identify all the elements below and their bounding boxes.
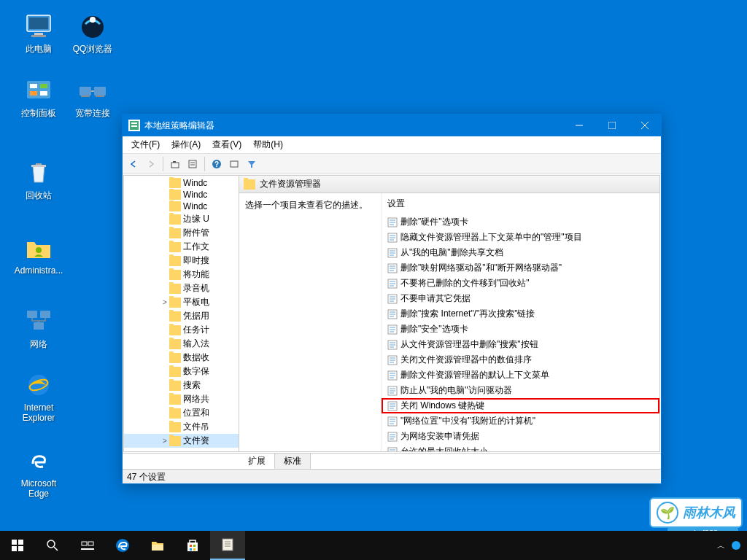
maximize-button[interactable] <box>595 114 628 136</box>
menu-view[interactable]: 查看(V) <box>206 136 247 153</box>
tree-item[interactable]: 工作文 <box>124 240 239 254</box>
setting-item[interactable]: 防止从"我的电脑"访问驱动器 <box>382 383 659 398</box>
setting-label: 关闭 Windows 键热键 <box>400 400 484 412</box>
setting-item[interactable]: 为网络安装申请凭据 <box>382 429 659 444</box>
setting-item[interactable]: 删除"硬件"选项卡 <box>382 214 659 230</box>
setting-item[interactable]: 隐藏文件资源管理器上下文菜单中的"管理"项目 <box>382 230 659 245</box>
tabs-row: 扩展 标准 <box>123 453 661 469</box>
desktop-icon-network[interactable]: 网络 <box>13 306 64 351</box>
up-button[interactable] <box>167 156 183 172</box>
tree-item[interactable]: 输入法 <box>124 337 239 351</box>
svg-point-123 <box>732 541 740 550</box>
tree-item[interactable]: >文件资 <box>124 434 239 448</box>
folder-icon <box>169 256 181 266</box>
tree-item[interactable]: 数字保 <box>124 365 239 378</box>
setting-item[interactable]: "网络位置"中没有"我附近的计算机" <box>382 413 659 429</box>
tree-item[interactable]: 附件管 <box>124 226 239 240</box>
tree-expand-icon[interactable]: > <box>160 437 169 445</box>
menu-file[interactable]: 文件(F) <box>125 136 166 153</box>
tree-item[interactable]: 将功能 <box>124 268 239 281</box>
tree-item[interactable]: 录音机 <box>124 281 239 295</box>
tree-item[interactable]: Windc <box>124 189 239 201</box>
tree-item-label: 文件吊 <box>183 421 209 433</box>
desktop-icon-recycle-bin[interactable]: 回收站 <box>13 158 64 202</box>
tree-panel[interactable]: WindcWindcWindc边缘 U附件管工作文即时搜将功能录音机>平板电凭据… <box>124 176 239 451</box>
tree-item[interactable]: 边缘 U <box>124 212 239 226</box>
minimize-button[interactable] <box>562 114 595 136</box>
desktop-icon-qq-browser[interactable]: QQ浏览器 <box>67 11 118 55</box>
setting-item[interactable]: 删除文件资源管理器的默认上下文菜单 <box>382 368 659 383</box>
setting-item[interactable]: 删除"搜索 Internet"/"再次搜索"链接 <box>382 306 659 322</box>
folder-icon <box>169 270 181 280</box>
gpedit-window: 本地组策略编辑器 文件(F) 操作(A) 查看(V) 帮助(H) ? Windc… <box>122 114 662 484</box>
system-tray[interactable]: ︿ <box>717 540 747 551</box>
svg-rect-13 <box>81 96 90 97</box>
tree-item[interactable]: 搜索 <box>124 378 239 392</box>
filter-button[interactable] <box>244 156 260 172</box>
user-folder-icon <box>24 233 53 262</box>
tree-expand-icon[interactable]: > <box>160 298 169 306</box>
tree-item[interactable]: 文件吊 <box>124 420 239 434</box>
taskbar-store[interactable] <box>175 531 210 560</box>
titlebar[interactable]: 本地组策略编辑器 <box>123 114 661 136</box>
forward-button[interactable] <box>143 156 159 172</box>
tree-item[interactable]: 任务计 <box>124 323 239 337</box>
tree-item[interactable]: 网络共 <box>124 392 239 406</box>
start-button[interactable] <box>0 531 35 560</box>
tree-item[interactable]: Windc <box>124 177 239 189</box>
tree-item-label: 工作文 <box>183 241 209 253</box>
policy-icon <box>387 340 398 350</box>
setting-item[interactable]: 删除"映射网络驱动器"和"断开网络驱动器" <box>382 260 659 276</box>
tree-item[interactable]: 位置和 <box>124 406 239 420</box>
menu-action[interactable]: 操作(A) <box>166 136 206 153</box>
desktop-icon-control-panel[interactable]: 控制面板 <box>13 75 64 120</box>
svg-rect-22 <box>27 449 50 472</box>
taskbar-explorer[interactable] <box>140 531 175 560</box>
setting-item[interactable]: 不要将已删除的文件移到"回收站" <box>382 276 659 291</box>
setting-item[interactable]: 允许的最大回收站大小 <box>382 444 659 451</box>
search-button[interactable] <box>35 531 70 560</box>
tree-item[interactable]: 即时搜 <box>124 254 239 268</box>
tree-item-label: 凭据用 <box>183 310 209 322</box>
desktop-icon-edge[interactable]: Microsoft Edge <box>13 446 64 499</box>
setting-item[interactable]: 关闭文件资源管理器中的数值排序 <box>382 352 659 368</box>
settings-column-header[interactable]: 设置 <box>382 193 659 214</box>
setting-label: 不要将已删除的文件移到"回收站" <box>400 277 530 289</box>
back-button[interactable] <box>125 156 142 172</box>
tab-extended[interactable]: 扩展 <box>239 454 275 469</box>
close-button[interactable] <box>628 114 661 136</box>
status-text: 47 个设置 <box>127 472 166 482</box>
setting-item[interactable]: 删除"安全"选项卡 <box>382 322 659 337</box>
tray-chevron-icon[interactable]: ︿ <box>717 540 725 551</box>
svg-rect-38 <box>231 161 238 167</box>
desktop-icon-ie[interactable]: Internet Explorer <box>13 370 64 423</box>
setting-item[interactable]: 从"我的电脑"删除共享文档 <box>382 245 659 260</box>
properties-button[interactable] <box>185 156 201 172</box>
svg-rect-11 <box>80 87 91 96</box>
pc-icon <box>24 11 53 40</box>
setting-item[interactable]: 关闭 Windows 键热键 <box>382 398 659 413</box>
desktop-icon-broadband[interactable]: 宽带连接 <box>67 75 118 120</box>
setting-item[interactable]: 不要申请其它凭据 <box>382 291 659 306</box>
tree-item-label: 文件资 <box>183 435 209 447</box>
desktop-icon-administrator[interactable]: Administra... <box>13 233 64 276</box>
tree-item[interactable]: 凭据用 <box>124 309 239 323</box>
tree-item[interactable]: 数据收 <box>124 351 239 365</box>
setting-label: 从"我的电脑"删除共享文档 <box>400 246 503 259</box>
tree-item[interactable]: Windc <box>124 201 239 212</box>
tree-item-label: Windc <box>183 178 207 188</box>
settings-list[interactable]: 设置 删除"硬件"选项卡隐藏文件资源管理器上下文菜单中的"管理"项目从"我的电脑… <box>382 193 659 451</box>
folder-icon <box>169 242 181 252</box>
filter-options-button[interactable] <box>226 156 242 172</box>
taskbar-gpedit[interactable] <box>210 531 245 560</box>
svg-point-107 <box>47 540 55 548</box>
task-view-button[interactable] <box>70 531 105 560</box>
desktop-icon-this-pc[interactable]: 此电脑 <box>13 11 64 55</box>
tray-app-icon[interactable] <box>731 540 741 551</box>
tab-standard[interactable]: 标准 <box>275 454 311 469</box>
setting-item[interactable]: 从文件资源管理器中删除"搜索"按钮 <box>382 337 659 352</box>
tree-item[interactable]: >平板电 <box>124 295 239 309</box>
menu-help[interactable]: 帮助(H) <box>247 136 289 153</box>
help-button[interactable]: ? <box>209 156 225 172</box>
taskbar-edge[interactable] <box>105 531 140 560</box>
